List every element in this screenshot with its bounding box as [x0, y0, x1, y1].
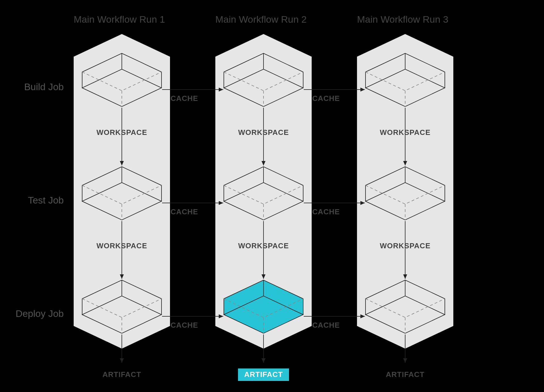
cache-label: CACHE — [312, 207, 340, 216]
cache-label: CACHE — [171, 94, 198, 103]
workflow-diagram: Main Workflow Run 1Main Workflow Run 2Ma… — [0, 0, 544, 392]
column-title: Main Workflow Run 1 — [74, 14, 165, 25]
row-label: Build Job — [24, 81, 64, 92]
workspace-label: WORKSPACE — [238, 128, 289, 137]
artifact-label: ARTIFACT — [386, 370, 425, 379]
row-label: Test Job — [28, 195, 64, 205]
workspace-label: WORKSPACE — [97, 128, 147, 137]
artifact-label: ARTIFACT — [103, 370, 141, 379]
column-title: Main Workflow Run 3 — [357, 14, 449, 25]
workspace-label: WORKSPACE — [238, 241, 289, 250]
workspace-label: WORKSPACE — [97, 241, 147, 250]
cache-label: CACHE — [171, 207, 198, 216]
workspace-label: WORKSPACE — [380, 241, 431, 250]
cache-label: CACHE — [171, 321, 198, 329]
cache-label: CACHE — [312, 321, 340, 329]
workspace-label: WORKSPACE — [380, 128, 431, 137]
row-label: Deploy Job — [16, 308, 64, 319]
column-title: Main Workflow Run 2 — [215, 14, 307, 25]
cache-label: CACHE — [312, 94, 340, 103]
artifact-label: ARTIFACT — [244, 370, 283, 379]
